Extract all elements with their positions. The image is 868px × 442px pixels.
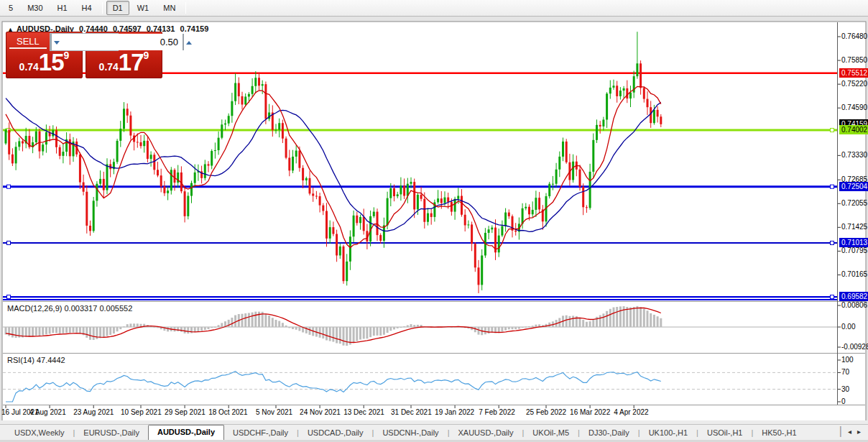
buy-price: 0.74179 [86, 49, 162, 76]
price-axis-tick: 0.73330 [841, 151, 867, 159]
price-axis-tick: 0.74590 [841, 103, 867, 111]
date-axis-label: 29 Sep 2021 [165, 408, 206, 416]
price-axis-tick: 0.75220 [841, 80, 867, 88]
date-axis-label: 23 Aug 2021 [73, 408, 114, 416]
price-badge: 0.71013 [839, 238, 868, 247]
timeframe-button-m30[interactable]: M30 [21, 1, 49, 15]
timeframe-button-w1[interactable]: W1 [131, 1, 156, 15]
chart-tab-ukoil-m5[interactable]: UKOil-,M5 [524, 426, 578, 440]
chart-tab-xauusd-daily[interactable]: XAUUSD-,Daily [449, 426, 522, 440]
date-axis-label: 19 Jan 2022 [435, 408, 474, 416]
ohlc-close: 0.74159 [180, 24, 209, 33]
date-axis-label: 10 Sep 2021 [121, 408, 162, 416]
date-axis-label: 18 Oct 2021 [208, 408, 247, 416]
price-badge: 0.75512 [839, 68, 868, 78]
chart-tab-usdcad-daily[interactable]: USDCAD-,Daily [299, 426, 372, 440]
tab-separator: | [839, 425, 842, 438]
date-axis-label: 25 Feb 2022 [526, 408, 566, 416]
timeframe-button-d1[interactable]: D1 [106, 1, 129, 15]
price-axis-tick: 0.70165 [841, 270, 867, 278]
chart-tab-uk100-h1[interactable]: UK100-,H1 [640, 426, 696, 440]
date-axis-label: 16 Mar 2022 [570, 408, 610, 416]
date-axis-label: 24 Nov 2021 [300, 408, 341, 416]
sell-button[interactable]: SELL [9, 34, 47, 49]
timeframe-button-mn[interactable]: MN [157, 1, 182, 15]
toolbar-separator [102, 2, 103, 14]
chart-tab-usdchf-daily[interactable]: USDCHF-,Daily [224, 426, 297, 440]
date-axis-label: 4 Aug 2021 [29, 408, 66, 416]
price-axis-tick: 0.70795 [841, 247, 867, 254]
chart-plot-area[interactable] [3, 22, 837, 405]
price-badge: 0.72504 [839, 182, 868, 191]
macd-axis-tick: 0.00 [841, 323, 855, 331]
rsi-axis-tick: 30 [841, 385, 849, 393]
price-axis-tick: 0.71425 [841, 223, 867, 231]
chart-tab-usoil-h1[interactable]: USOil-,H1 [698, 426, 752, 440]
chart-tab-audusd-daily[interactable]: AUDUSD-,Daily [148, 425, 224, 441]
price-axis[interactable]: 0.764800.758500.752200.745900.733300.726… [839, 22, 868, 405]
tab-scroll-left-icon[interactable]: ◂ [848, 428, 851, 436]
toolbar-separator [185, 2, 186, 14]
triangle-up-icon [186, 41, 192, 45]
macd-label: MACD(12,26,9) 0.003317 0.005552 [7, 304, 132, 313]
volume-input[interactable] [52, 34, 183, 50]
macd-axis-tick: 0.008061 [841, 301, 868, 309]
date-axis[interactable]: 16 Jul 20214 Aug 202123 Aug 202110 Sep 2… [0, 405, 837, 420]
tab-scroll-right-icon[interactable]: ▸ [857, 428, 861, 436]
date-axis-label: 4 Apr 2022 [614, 408, 648, 416]
timeframe-button-h4[interactable]: H4 [75, 1, 98, 15]
rsi-axis-tick: 0 [841, 397, 846, 405]
rsi-axis-tick: 70 [841, 368, 849, 376]
price-axis-tick: 0.75850 [841, 56, 867, 64]
volume-decrease-button[interactable] [50, 34, 52, 50]
timeframe-toolbar: 5M30H1H4D1W1MN [0, 0, 868, 17]
price-axis-tick: 0.76480 [841, 32, 867, 40]
chart-tab-eurusd-daily[interactable]: EURUSD-,Daily [75, 426, 148, 440]
price-badge: 0.69582 [839, 292, 868, 301]
chart-tab-bar: USDX,Weekly|EURUSD-,DailyAUDUSD-,DailyUS… [0, 424, 868, 440]
date-axis-label: 7 Feb 2022 [479, 408, 515, 416]
date-axis-label: 5 Nov 2021 [256, 408, 292, 416]
one-click-trading-panel: SELL 0.74159 BUY 0.74179 [6, 32, 162, 78]
date-axis-label: 13 Dec 2021 [343, 408, 384, 416]
chart-tab-hk50-h1[interactable]: HK50-,H1 [753, 426, 805, 440]
price-badge: 0.74002 [839, 125, 868, 134]
rsi-label: RSI(14) 47.4442 [7, 356, 65, 364]
triangle-down-icon [54, 41, 60, 45]
macd-axis-tick: -0.009288 [841, 343, 868, 351]
sell-price: 0.74159 [6, 49, 82, 76]
date-axis-label: 31 Dec 2021 [391, 408, 432, 416]
volume-increase-button[interactable] [183, 34, 184, 50]
timeframe-button-h1[interactable]: H1 [51, 1, 74, 15]
rsi-axis-tick: 100 [841, 356, 854, 364]
chart-tab-dj30-daily[interactable]: DJ30-,Daily [580, 426, 638, 440]
price-axis-tick: 0.72055 [841, 199, 867, 207]
timeframe-button-5[interactable]: 5 [2, 1, 19, 15]
chart-tab-usdcnh-daily[interactable]: USDCNH-,Daily [374, 426, 447, 440]
volume-spinner [50, 33, 119, 51]
chart-tab-usdx-weekly[interactable]: USDX,Weekly [6, 426, 73, 440]
trading-terminal-window: { "toolbar": { "timeframes": [ {"label":… [0, 0, 868, 442]
